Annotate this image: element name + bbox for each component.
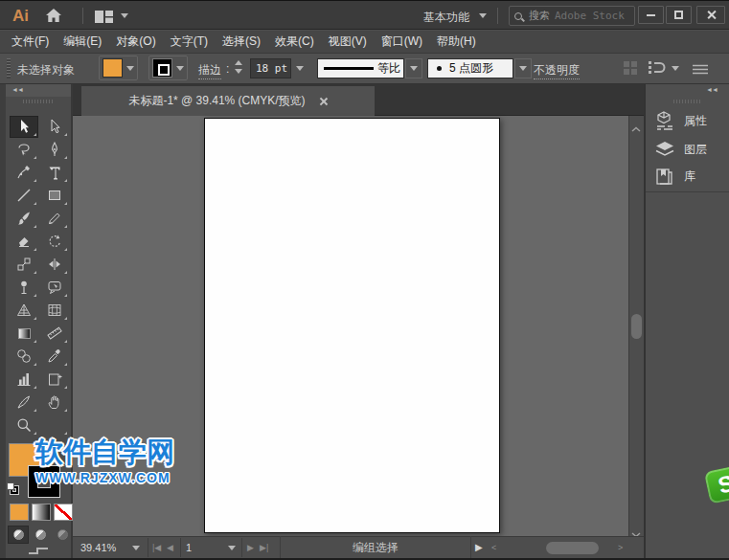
artboard[interactable] (204, 118, 500, 533)
scrollbar-corner (628, 536, 644, 560)
arrange-documents-chevron[interactable] (672, 66, 679, 71)
tools-grip[interactable] (23, 100, 54, 103)
horizontal-scroll-thumb[interactable] (546, 542, 599, 554)
menu-object[interactable]: 对象(O) (116, 34, 155, 50)
stroke-color-dropdown[interactable] (148, 56, 188, 80)
menu-view[interactable]: 视图(V) (329, 34, 367, 50)
stroke-weight-stepper[interactable] (235, 60, 242, 74)
draw-inside-button[interactable] (52, 526, 73, 544)
close-button[interactable] (696, 6, 725, 24)
color-mode-button[interactable] (10, 504, 29, 521)
screen-mode-icon[interactable] (29, 548, 50, 555)
tool-touch-type[interactable] (40, 277, 69, 299)
menu-file[interactable]: 文件(F) (11, 34, 49, 50)
none-mode-button[interactable] (54, 504, 73, 521)
tab-close-icon[interactable] (319, 97, 328, 105)
brush-dropdown[interactable] (514, 58, 532, 78)
dock-grip[interactable] (673, 100, 700, 103)
controlbar-grip[interactable] (7, 58, 11, 78)
stroke-color-swatch[interactable] (152, 58, 172, 78)
first-artboard-icon[interactable]: |◀ (152, 543, 161, 552)
panel-tab-properties[interactable]: 属性 (648, 106, 726, 135)
tool-artboard[interactable] (40, 369, 69, 391)
tools-collapse-icon[interactable]: ◄◄ (11, 86, 23, 93)
artboard-number-chevron[interactable] (228, 546, 236, 550)
stroke-weight-chevron[interactable] (296, 66, 304, 71)
minimize-button[interactable] (638, 6, 664, 24)
tool-paintbrush[interactable] (10, 208, 38, 230)
fill-color-dropdown[interactable] (99, 56, 138, 80)
tool-eyedropper[interactable] (40, 346, 69, 368)
search-input[interactable]: 搜索 Adobe Stock (509, 6, 635, 26)
tool-selection[interactable] (10, 116, 38, 138)
tool-eraser[interactable] (10, 231, 38, 253)
tool-gradient[interactable] (10, 323, 38, 345)
tool-hand[interactable] (40, 392, 69, 414)
stepper-up-icon[interactable] (235, 60, 242, 65)
tool-blend[interactable] (10, 346, 38, 368)
scroll-up-icon[interactable] (631, 119, 641, 136)
tool-pen[interactable] (40, 139, 69, 161)
tool-magic-wand[interactable] (10, 139, 38, 161)
dock-collapse-icon[interactable]: ◄◄ (706, 86, 718, 93)
tool-puppet-warp[interactable] (10, 277, 38, 299)
document-tab[interactable]: 未标题-1* @ 39.41% (CMYK/预览) (81, 86, 375, 116)
menu-window[interactable]: 窗口(W) (381, 34, 422, 50)
workspace-chevron[interactable] (479, 13, 487, 18)
align-icon[interactable] (624, 61, 639, 76)
tool-perspective-grid[interactable] (10, 300, 38, 322)
panel-tab-libraries[interactable]: 库 (648, 162, 726, 190)
menu-edit[interactable]: 编辑(E) (63, 34, 102, 50)
tool-width[interactable] (40, 254, 69, 276)
scroll-left-icon[interactable]: ˂ (491, 543, 496, 552)
zoom-level[interactable]: 39.41% (80, 542, 116, 553)
tool-column-graph[interactable] (10, 369, 38, 391)
tool-zoom[interactable] (10, 414, 38, 437)
next-artboard-icon[interactable]: ▶ (247, 543, 254, 552)
tool-shaper[interactable] (40, 208, 69, 230)
control-panel-menu-icon[interactable] (693, 62, 708, 79)
tool-measure[interactable] (40, 323, 69, 345)
panel-tab-layers[interactable]: 图层 (648, 135, 726, 164)
tool-type[interactable] (40, 162, 69, 184)
draw-behind-icon (35, 529, 46, 540)
tool-slice[interactable] (10, 392, 38, 414)
stroke-profile-dropdown[interactable] (405, 58, 422, 78)
workspace-label[interactable]: 基本功能 (423, 10, 469, 26)
tool-scale[interactable] (10, 254, 38, 276)
stroke-weight-field[interactable]: 18 pt (250, 58, 291, 78)
menu-effect[interactable]: 效果(C) (275, 34, 314, 50)
tool-rotate[interactable] (40, 231, 69, 253)
zoom-chevron[interactable] (132, 546, 140, 550)
stroke-panel-link[interactable]: 描边 (198, 62, 221, 79)
gradient-mode-button[interactable] (32, 504, 51, 521)
fill-color-swatch[interactable] (103, 58, 123, 78)
home-icon[interactable] (45, 8, 62, 27)
menu-help[interactable]: 帮助(H) (437, 34, 476, 50)
previous-artboard-icon[interactable]: ◀ (167, 543, 173, 552)
tool-mesh[interactable] (40, 300, 69, 322)
stepper-down-icon[interactable] (235, 69, 242, 74)
last-artboard-icon[interactable]: ▶| (260, 543, 268, 552)
stroke-profile-field[interactable]: 等比 (317, 58, 404, 78)
workspace-switcher-icon[interactable] (95, 10, 116, 27)
workspace-switcher-chevron[interactable] (121, 13, 128, 18)
maximize-button[interactable] (666, 6, 692, 24)
opacity-panel-link[interactable]: 不透明度 (534, 62, 580, 79)
vertical-scroll-thumb[interactable] (631, 314, 642, 339)
artboard-number[interactable]: 1 (186, 542, 192, 553)
scroll-right-icon[interactable]: ˃ (618, 543, 623, 552)
menu-type[interactable]: 文字(T) (171, 34, 208, 50)
tool-line-segment[interactable] (10, 185, 38, 207)
tool-direct-selection[interactable] (40, 116, 69, 138)
tool-rectangle[interactable] (40, 185, 69, 207)
tool-curvature[interactable] (10, 162, 38, 184)
menu-select[interactable]: 选择(S) (222, 34, 261, 50)
draw-normal-button[interactable] (8, 526, 29, 544)
stroke-color-indicator[interactable] (29, 466, 59, 497)
arrange-documents-icon[interactable] (649, 61, 666, 78)
draw-behind-button[interactable] (30, 526, 51, 544)
default-fill-stroke-icon[interactable] (7, 482, 20, 496)
brush-definition-field[interactable]: 5 点圆形 (427, 58, 513, 78)
status-menu-arrow[interactable]: ▶ (475, 542, 483, 552)
